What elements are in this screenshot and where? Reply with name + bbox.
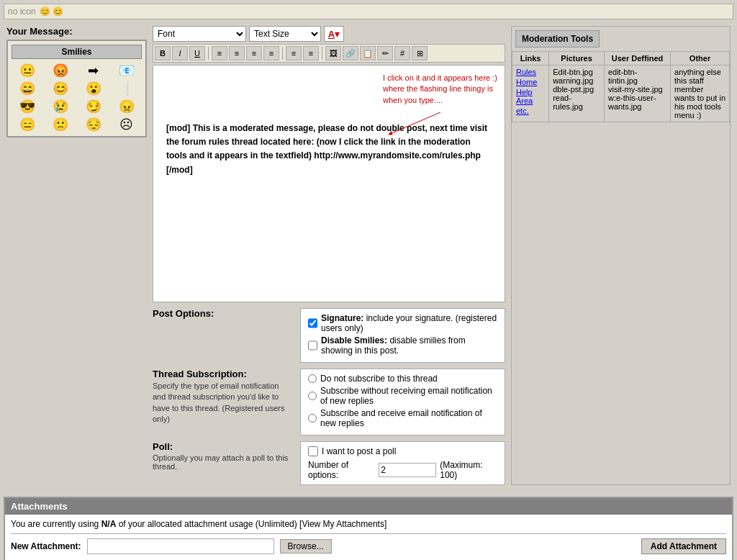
- thread-sub-radio2[interactable]: [308, 392, 317, 400]
- smiley-14[interactable]: 🙁: [53, 117, 68, 132]
- attachments-info-prefix: You are currently using: [11, 519, 101, 529]
- thread-sub-radio1[interactable]: [308, 374, 317, 383]
- bold-button[interactable]: B: [155, 46, 171, 60]
- smiley-10[interactable]: 😢: [53, 99, 68, 114]
- annotation-line3: when you type....: [383, 95, 497, 106]
- smiley-6[interactable]: 😊: [53, 81, 68, 96]
- thread-sub-radio3[interactable]: [308, 414, 317, 423]
- align-right-button[interactable]: ≡: [246, 46, 262, 60]
- browse-button[interactable]: Browse...: [280, 539, 332, 554]
- ordered-list-button[interactable]: ≡: [286, 46, 302, 60]
- attachments-header: Attachments: [5, 498, 732, 515]
- your-message-label: Your Message:: [6, 26, 147, 37]
- moderation-tools-panel: Moderation Tools Links Pictures User Def…: [511, 26, 731, 485]
- attachments-section: Attachments You are currently using N/A …: [4, 497, 733, 560]
- smiley-13[interactable]: 😑: [19, 117, 35, 132]
- top-bar: no icon 😊 😊: [4, 4, 733, 19]
- attachments-info: You are currently using N/A of your allo…: [11, 519, 726, 529]
- poll-label: Poll:: [153, 441, 293, 452]
- signature-checkbox[interactable]: [308, 318, 317, 328]
- italic-button[interactable]: I: [172, 46, 188, 60]
- signature-text: Signature: include your signature. (regi…: [321, 313, 497, 333]
- editor-area: Font Text Size A▾ B I U ≡ ≡: [153, 26, 505, 485]
- mod-tools-links-cell: Rules Home Help Area etc.: [512, 66, 549, 122]
- poll-desc: Optionally you may attach a poll to this…: [153, 453, 293, 471]
- unordered-list-button[interactable]: ≡: [303, 46, 319, 60]
- mod-link-help[interactable]: Help Area: [516, 88, 545, 105]
- thread-sub-option2-row: Subscribe without receiving email notifi…: [308, 386, 497, 406]
- smiley-16[interactable]: ☹: [119, 117, 133, 132]
- col-header-userdef: User Deffined: [604, 52, 670, 66]
- annotation-arrow: [383, 109, 448, 137]
- attachments-new-row: New Attachment: Browse... Add Attachment: [11, 536, 726, 557]
- disable-smilies-checkbox[interactable]: [308, 340, 317, 351]
- col-header-links: Links: [512, 52, 549, 66]
- attachments-body: You are currently using N/A of your allo…: [5, 515, 732, 560]
- thread-sub-options: Do not subscribe to this thread Subscrib…: [300, 369, 505, 435]
- post-options-section: Post Options: Signature: include your si…: [153, 308, 505, 363]
- disable-smilies-text: Disable Smilies: disable smilies from sh…: [321, 335, 497, 356]
- editor-content[interactable]: I click on it and it appears here :) whe…: [153, 65, 505, 302]
- size-select[interactable]: Text Size: [249, 26, 321, 42]
- top-bar-text: no icon: [8, 6, 36, 17]
- mod-tools-header-area: Moderation Tools: [512, 27, 730, 51]
- mod-tools-row1: Rules Home Help Area etc. Edit-btn.jpg w…: [512, 66, 730, 122]
- smiley-15[interactable]: 😔: [86, 117, 101, 132]
- col-header-other: Other: [671, 52, 730, 66]
- smiley-9[interactable]: 😎: [19, 99, 35, 114]
- poll-section: Poll: Optionally you may attach a poll t…: [153, 441, 505, 485]
- thread-sub-label-area: Thread Subscription: Specify the type of…: [153, 369, 293, 435]
- poll-number-input[interactable]: [379, 463, 436, 477]
- align-justify-button[interactable]: ≡: [263, 46, 279, 60]
- thread-sub-option1-row: Do not subscribe to this thread: [308, 374, 497, 384]
- smiley-1[interactable]: 😐: [19, 63, 35, 78]
- mod-link-rules[interactable]: Rules: [516, 68, 545, 76]
- toolbar-row2: B I U ≡ ≡ ≡ ≡ ≡ ≡ 🖼: [153, 44, 505, 63]
- thread-sub-option2: Subscribe without receiving email notifi…: [320, 386, 497, 406]
- annotation-line2: where the flashing line thingy is: [383, 83, 497, 94]
- poll-checkbox-row: I want to post a poll: [308, 446, 497, 456]
- poll-number-row: Number of options: (Maximum: 100): [308, 460, 497, 480]
- align-center-button[interactable]: ≡: [229, 46, 245, 60]
- attachment-file-input[interactable]: [87, 538, 274, 554]
- edit-button[interactable]: ✏: [377, 46, 393, 60]
- add-attachment-button[interactable]: Add Attachment: [641, 538, 726, 554]
- smiley-8[interactable]: ❕: [119, 81, 135, 96]
- image-button[interactable]: 🖼: [325, 46, 341, 60]
- smilies-box: Smilies 😐 😡 ➡ 📧 😄 😊 😮 ❕ 😎 😢 😏 😠 😑 🙁: [6, 40, 147, 137]
- signature-option-row: Signature: include your signature. (regi…: [308, 313, 497, 333]
- attachments-divider: [11, 533, 726, 534]
- special-button[interactable]: ⊞: [412, 46, 428, 60]
- thread-sub-option1: Do not subscribe to this thread: [320, 374, 438, 384]
- align-left-button[interactable]: ≡: [212, 46, 227, 60]
- toolbar-separator-1: [208, 47, 209, 60]
- thread-sub-option3-row: Subscribe and receive email notification…: [308, 408, 497, 428]
- hash-button[interactable]: #: [394, 46, 410, 60]
- toolbar-row1: Font Text Size A▾: [153, 26, 505, 42]
- pic-1: Edit-btn.jpg: [553, 68, 600, 76]
- smiley-12[interactable]: 😠: [119, 99, 135, 114]
- smiley-5[interactable]: 😄: [19, 81, 35, 96]
- mod-link-home[interactable]: Home: [516, 78, 545, 86]
- svg-line-0: [390, 112, 440, 134]
- thread-sub-desc: Specify the type of email notification a…: [153, 381, 293, 425]
- copy-button[interactable]: 📋: [360, 46, 376, 60]
- mod-tools-userdef-cell: edit-btn-tintin.jpg visit-my-site.jpg w:…: [604, 66, 670, 122]
- poll-max-label: (Maximum: 100): [440, 460, 497, 480]
- post-options-label: Post Options:: [153, 308, 293, 319]
- smiley-11[interactable]: 😏: [86, 99, 101, 114]
- thread-sub-label: Thread Subscription:: [153, 369, 293, 379]
- annotation-line1: I click on it and it appears here :): [383, 73, 497, 83]
- color-button[interactable]: A▾: [324, 26, 344, 42]
- smiley-3[interactable]: ➡: [88, 63, 99, 78]
- font-select[interactable]: Font: [153, 26, 246, 42]
- smiley-7[interactable]: 😮: [86, 81, 101, 96]
- smilies-title: Smilies: [12, 45, 142, 59]
- smiley-2[interactable]: 😡: [53, 63, 68, 78]
- link-button[interactable]: 🔗: [343, 46, 358, 60]
- underline-button[interactable]: U: [189, 46, 205, 60]
- mod-link-etc[interactable]: etc.: [516, 107, 545, 115]
- poll-checkbox[interactable]: [308, 446, 318, 456]
- smiley-4[interactable]: 📧: [119, 63, 135, 78]
- attachments-info-suffix: of your allocated attachment usage (Unli…: [116, 519, 386, 529]
